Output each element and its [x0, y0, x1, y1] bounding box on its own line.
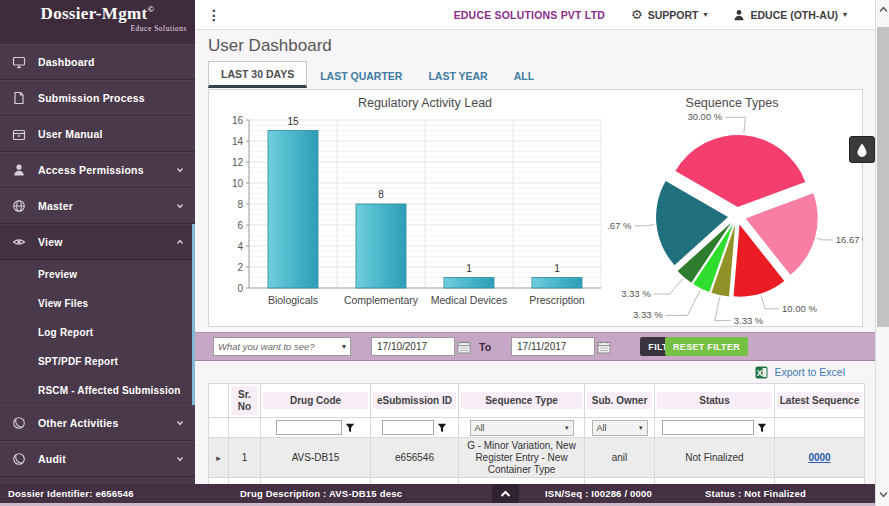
date-from-input[interactable]	[371, 337, 455, 356]
kebab-menu-icon[interactable]: ⋮	[207, 7, 221, 23]
support-label: SUPPORT	[648, 9, 699, 21]
svg-text:1: 1	[466, 263, 472, 274]
col-esubmission-id: eSubmission ID	[371, 384, 459, 418]
sidebar-item-label: Other Activities	[38, 417, 175, 429]
status-isn-seq: ISN/Seq : I00286 / 0000	[545, 484, 652, 503]
sidebar-item-other-activities[interactable]: Other Activities	[0, 405, 195, 441]
scroll-up-arrow[interactable]	[876, 2, 889, 17]
sequence-type-filter-select[interactable]: All▾	[470, 420, 574, 436]
sidebar-subitem-preview[interactable]: Preview	[0, 260, 195, 289]
person-icon	[733, 9, 745, 21]
box-icon	[12, 127, 26, 141]
svg-text:Complementary: Complementary	[344, 294, 419, 306]
user-menu[interactable]: EDUCE (OTH-AU) ▾	[733, 9, 847, 21]
funnel-icon[interactable]	[757, 423, 767, 433]
user-label: EDUCE (OTH-AU)	[750, 9, 838, 21]
chevron-down-icon	[175, 201, 185, 211]
calendar-icon[interactable]	[457, 340, 471, 354]
row-expander-icon[interactable]: ▸	[216, 453, 221, 463]
col-sub-owner: Sub. Owner	[585, 384, 655, 418]
svg-text:10: 10	[232, 178, 244, 189]
date-to-wrap	[511, 337, 611, 356]
chevron-down-icon	[175, 165, 185, 175]
col-drug-code: Drug Code	[261, 384, 371, 418]
filter-bar: What you want to see? ▾ To FILTER RESET …	[195, 332, 875, 361]
sidebar-subitem-view-files[interactable]: View Files	[0, 289, 195, 318]
globe-icon	[12, 416, 26, 430]
app-logo-subtitle: Educe Solutions	[8, 24, 187, 33]
scrollbar-thumb[interactable]	[877, 27, 889, 327]
tab-last-year[interactable]: LAST YEAR	[415, 63, 500, 88]
funnel-icon[interactable]	[437, 423, 447, 433]
submenu-label: Preview	[38, 269, 77, 280]
svg-text:Sequence Types: Sequence Types	[686, 96, 779, 110]
status-finalized: Status : Not Finalized	[705, 484, 806, 503]
droplet-icon	[856, 143, 868, 157]
sidebar-view-submenu: Preview View Files Log Report SPT/PDF Re…	[0, 260, 195, 405]
export-row: X Export to Excel	[195, 362, 875, 382]
sidebar-item-label: Master	[38, 200, 175, 212]
sidebar-item-access-permissions[interactable]: Access Permissions	[0, 152, 195, 188]
chart-tool-button[interactable]	[849, 136, 875, 163]
sub-owner-filter-select[interactable]: All▾	[592, 420, 648, 436]
svg-text:Prescription: Prescription	[529, 294, 585, 306]
col-status: Status	[655, 384, 775, 418]
esubmission-id-filter-input[interactable]	[382, 420, 434, 435]
chevron-down-icon	[175, 454, 185, 464]
app-window: Dossier-Mgmt© Educe Solutions Dashboard …	[0, 0, 889, 506]
select-placeholder: What you want to see?	[218, 341, 315, 352]
funnel-icon[interactable]	[345, 423, 355, 433]
sidebar-view-group: View Preview View Files Log Report SPT/P…	[0, 224, 195, 405]
latest-sequence-link[interactable]: 0000	[808, 452, 830, 463]
support-menu[interactable]: ⚙ SUPPORT ▾	[631, 8, 707, 21]
svg-text:12: 12	[232, 157, 244, 168]
col-sequence-type: Sequence Type	[459, 384, 585, 418]
sidebar-item-audit[interactable]: Audit	[0, 441, 195, 477]
svg-text:8: 8	[378, 189, 384, 200]
svg-text:10.00 %: 10.00 %	[782, 303, 817, 314]
sidebar-item-submission-process[interactable]: Submission Process	[0, 80, 195, 116]
svg-text:Biologicals: Biologicals	[268, 294, 318, 306]
chevron-down-icon	[175, 418, 185, 428]
calendar-icon[interactable]	[597, 340, 611, 354]
cell-sr-no: 1	[229, 438, 261, 478]
cell-drug-code: AVS-DB15	[261, 438, 371, 478]
statusbar-expand-button[interactable]	[492, 484, 519, 503]
table-filter-row: All▾ All▾	[209, 418, 865, 438]
caret-down-icon: ▾	[342, 342, 346, 351]
tab-last-quarter[interactable]: LAST QUARTER	[307, 63, 415, 88]
date-to-input[interactable]	[511, 337, 595, 356]
reset-filter-button[interactable]: RESET FILTER	[665, 337, 748, 356]
svg-text:14: 14	[232, 136, 244, 147]
sidebar-subitem-spt-pdf-report[interactable]: SPT/PDF Report	[0, 347, 195, 376]
to-label: To	[479, 341, 491, 353]
sidebar-subitem-log-report[interactable]: Log Report	[0, 318, 195, 347]
caret-down-icon: ▾	[843, 10, 847, 19]
page-scrollbar[interactable]	[875, 0, 889, 506]
sidebar-subitem-rscm-affected-submission[interactable]: RSCM - Affected Submission	[0, 376, 195, 405]
svg-text:8: 8	[237, 199, 243, 210]
status-bar: Dossier Identifier: e656546 Drug Descrip…	[0, 484, 875, 503]
sidebar-item-master[interactable]: Master	[0, 188, 195, 224]
caret-down-icon: ▾	[703, 10, 707, 19]
svg-text:6: 6	[237, 220, 243, 231]
scroll-down-arrow[interactable]	[876, 487, 889, 502]
sidebar-item-user-manual[interactable]: User Manual	[0, 116, 195, 152]
svg-text:16: 16	[232, 115, 244, 126]
svg-text:3.33 %: 3.33 %	[734, 315, 764, 324]
export-to-excel-link[interactable]: Export to Excel	[774, 366, 845, 378]
sidebar-item-dashboard[interactable]: Dashboard	[0, 44, 195, 80]
what-to-see-select[interactable]: What you want to see? ▾	[213, 337, 351, 356]
drug-code-filter-input[interactable]	[276, 420, 342, 435]
status-filter-input[interactable]	[662, 420, 754, 435]
sidebar-item-label: View	[38, 236, 175, 248]
chevron-up-icon	[175, 237, 185, 247]
sidebar-item-view[interactable]: View	[0, 224, 195, 260]
svg-text:16.67 %: 16.67 %	[607, 220, 632, 231]
svg-text:1: 1	[554, 263, 560, 274]
svg-text:30.00 %: 30.00 %	[687, 111, 722, 122]
col-sr-no: Sr. No	[229, 384, 261, 418]
tab-all[interactable]: ALL	[501, 63, 547, 88]
tab-last-30-days[interactable]: LAST 30 DAYS	[208, 61, 307, 88]
svg-text:2: 2	[237, 262, 243, 273]
